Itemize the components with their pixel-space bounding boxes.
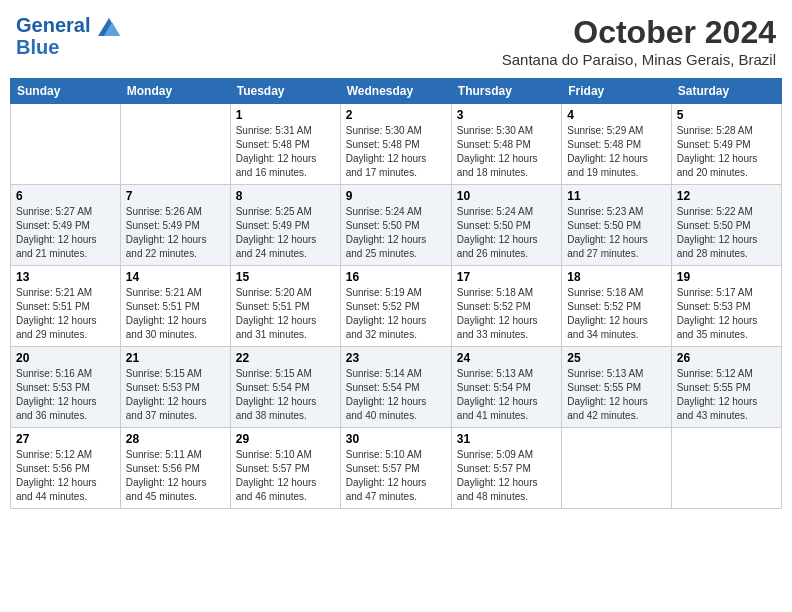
day-info: Sunrise: 5:18 AM Sunset: 5:52 PM Dayligh…	[457, 286, 556, 342]
day-number: 27	[16, 432, 115, 446]
calendar-cell: 27Sunrise: 5:12 AM Sunset: 5:56 PM Dayli…	[11, 428, 121, 509]
day-info: Sunrise: 5:22 AM Sunset: 5:50 PM Dayligh…	[677, 205, 776, 261]
weekday-header-thursday: Thursday	[451, 79, 561, 104]
calendar-cell: 19Sunrise: 5:17 AM Sunset: 5:53 PM Dayli…	[671, 266, 781, 347]
calendar-cell: 25Sunrise: 5:13 AM Sunset: 5:55 PM Dayli…	[562, 347, 671, 428]
day-number: 14	[126, 270, 225, 284]
day-info: Sunrise: 5:15 AM Sunset: 5:53 PM Dayligh…	[126, 367, 225, 423]
day-number: 13	[16, 270, 115, 284]
day-info: Sunrise: 5:19 AM Sunset: 5:52 PM Dayligh…	[346, 286, 446, 342]
calendar-cell: 28Sunrise: 5:11 AM Sunset: 5:56 PM Dayli…	[120, 428, 230, 509]
day-info: Sunrise: 5:14 AM Sunset: 5:54 PM Dayligh…	[346, 367, 446, 423]
day-info: Sunrise: 5:18 AM Sunset: 5:52 PM Dayligh…	[567, 286, 665, 342]
calendar-cell: 4Sunrise: 5:29 AM Sunset: 5:48 PM Daylig…	[562, 104, 671, 185]
day-number: 6	[16, 189, 115, 203]
day-info: Sunrise: 5:10 AM Sunset: 5:57 PM Dayligh…	[236, 448, 335, 504]
day-info: Sunrise: 5:23 AM Sunset: 5:50 PM Dayligh…	[567, 205, 665, 261]
calendar-cell	[671, 428, 781, 509]
calendar-cell: 13Sunrise: 5:21 AM Sunset: 5:51 PM Dayli…	[11, 266, 121, 347]
weekday-header-tuesday: Tuesday	[230, 79, 340, 104]
day-number: 26	[677, 351, 776, 365]
calendar-cell: 17Sunrise: 5:18 AM Sunset: 5:52 PM Dayli…	[451, 266, 561, 347]
day-info: Sunrise: 5:13 AM Sunset: 5:55 PM Dayligh…	[567, 367, 665, 423]
calendar-cell: 3Sunrise: 5:30 AM Sunset: 5:48 PM Daylig…	[451, 104, 561, 185]
day-info: Sunrise: 5:21 AM Sunset: 5:51 PM Dayligh…	[126, 286, 225, 342]
day-info: Sunrise: 5:25 AM Sunset: 5:49 PM Dayligh…	[236, 205, 335, 261]
calendar-cell	[11, 104, 121, 185]
day-info: Sunrise: 5:09 AM Sunset: 5:57 PM Dayligh…	[457, 448, 556, 504]
day-number: 10	[457, 189, 556, 203]
calendar-cell: 6Sunrise: 5:27 AM Sunset: 5:49 PM Daylig…	[11, 185, 121, 266]
day-info: Sunrise: 5:10 AM Sunset: 5:57 PM Dayligh…	[346, 448, 446, 504]
day-number: 21	[126, 351, 225, 365]
calendar-cell: 12Sunrise: 5:22 AM Sunset: 5:50 PM Dayli…	[671, 185, 781, 266]
calendar-cell: 22Sunrise: 5:15 AM Sunset: 5:54 PM Dayli…	[230, 347, 340, 428]
calendar-cell: 10Sunrise: 5:24 AM Sunset: 5:50 PM Dayli…	[451, 185, 561, 266]
calendar-cell: 1Sunrise: 5:31 AM Sunset: 5:48 PM Daylig…	[230, 104, 340, 185]
day-number: 4	[567, 108, 665, 122]
day-number: 1	[236, 108, 335, 122]
calendar-cell	[562, 428, 671, 509]
day-number: 7	[126, 189, 225, 203]
calendar-cell: 31Sunrise: 5:09 AM Sunset: 5:57 PM Dayli…	[451, 428, 561, 509]
day-info: Sunrise: 5:30 AM Sunset: 5:48 PM Dayligh…	[457, 124, 556, 180]
day-info: Sunrise: 5:26 AM Sunset: 5:49 PM Dayligh…	[126, 205, 225, 261]
logo-line2: Blue	[16, 36, 122, 58]
calendar-cell: 29Sunrise: 5:10 AM Sunset: 5:57 PM Dayli…	[230, 428, 340, 509]
day-number: 29	[236, 432, 335, 446]
day-number: 20	[16, 351, 115, 365]
day-number: 25	[567, 351, 665, 365]
day-number: 12	[677, 189, 776, 203]
calendar-cell: 23Sunrise: 5:14 AM Sunset: 5:54 PM Dayli…	[340, 347, 451, 428]
day-info: Sunrise: 5:21 AM Sunset: 5:51 PM Dayligh…	[16, 286, 115, 342]
day-info: Sunrise: 5:13 AM Sunset: 5:54 PM Dayligh…	[457, 367, 556, 423]
calendar-cell: 2Sunrise: 5:30 AM Sunset: 5:48 PM Daylig…	[340, 104, 451, 185]
day-number: 5	[677, 108, 776, 122]
weekday-header-monday: Monday	[120, 79, 230, 104]
day-number: 23	[346, 351, 446, 365]
day-info: Sunrise: 5:31 AM Sunset: 5:48 PM Dayligh…	[236, 124, 335, 180]
day-info: Sunrise: 5:24 AM Sunset: 5:50 PM Dayligh…	[457, 205, 556, 261]
day-number: 30	[346, 432, 446, 446]
day-info: Sunrise: 5:12 AM Sunset: 5:56 PM Dayligh…	[16, 448, 115, 504]
day-number: 22	[236, 351, 335, 365]
day-info: Sunrise: 5:24 AM Sunset: 5:50 PM Dayligh…	[346, 205, 446, 261]
calendar-week-2: 6Sunrise: 5:27 AM Sunset: 5:49 PM Daylig…	[11, 185, 782, 266]
day-info: Sunrise: 5:16 AM Sunset: 5:53 PM Dayligh…	[16, 367, 115, 423]
logo-icon	[98, 18, 120, 36]
subtitle: Santana do Paraiso, Minas Gerais, Brazil	[502, 51, 776, 68]
calendar-cell: 15Sunrise: 5:20 AM Sunset: 5:51 PM Dayli…	[230, 266, 340, 347]
weekday-header-friday: Friday	[562, 79, 671, 104]
day-number: 24	[457, 351, 556, 365]
weekday-header-saturday: Saturday	[671, 79, 781, 104]
day-info: Sunrise: 5:15 AM Sunset: 5:54 PM Dayligh…	[236, 367, 335, 423]
calendar-cell: 20Sunrise: 5:16 AM Sunset: 5:53 PM Dayli…	[11, 347, 121, 428]
calendar-cell: 21Sunrise: 5:15 AM Sunset: 5:53 PM Dayli…	[120, 347, 230, 428]
calendar-cell: 14Sunrise: 5:21 AM Sunset: 5:51 PM Dayli…	[120, 266, 230, 347]
calendar-cell: 16Sunrise: 5:19 AM Sunset: 5:52 PM Dayli…	[340, 266, 451, 347]
title-block: October 2024 Santana do Paraiso, Minas G…	[502, 14, 776, 68]
logo-text: General	[16, 14, 122, 36]
day-number: 18	[567, 270, 665, 284]
day-number: 17	[457, 270, 556, 284]
calendar-cell: 5Sunrise: 5:28 AM Sunset: 5:49 PM Daylig…	[671, 104, 781, 185]
day-info: Sunrise: 5:28 AM Sunset: 5:49 PM Dayligh…	[677, 124, 776, 180]
calendar-cell: 26Sunrise: 5:12 AM Sunset: 5:55 PM Dayli…	[671, 347, 781, 428]
day-number: 28	[126, 432, 225, 446]
weekday-header-wednesday: Wednesday	[340, 79, 451, 104]
calendar-table: SundayMondayTuesdayWednesdayThursdayFrid…	[10, 78, 782, 509]
day-info: Sunrise: 5:30 AM Sunset: 5:48 PM Dayligh…	[346, 124, 446, 180]
day-info: Sunrise: 5:20 AM Sunset: 5:51 PM Dayligh…	[236, 286, 335, 342]
day-number: 3	[457, 108, 556, 122]
calendar-cell: 9Sunrise: 5:24 AM Sunset: 5:50 PM Daylig…	[340, 185, 451, 266]
day-number: 9	[346, 189, 446, 203]
calendar-cell: 7Sunrise: 5:26 AM Sunset: 5:49 PM Daylig…	[120, 185, 230, 266]
day-info: Sunrise: 5:29 AM Sunset: 5:48 PM Dayligh…	[567, 124, 665, 180]
calendar-week-5: 27Sunrise: 5:12 AM Sunset: 5:56 PM Dayli…	[11, 428, 782, 509]
day-number: 16	[346, 270, 446, 284]
day-number: 2	[346, 108, 446, 122]
page-header: General Blue October 2024 Santana do Par…	[10, 10, 782, 72]
calendar-week-4: 20Sunrise: 5:16 AM Sunset: 5:53 PM Dayli…	[11, 347, 782, 428]
calendar-body: 1Sunrise: 5:31 AM Sunset: 5:48 PM Daylig…	[11, 104, 782, 509]
day-number: 11	[567, 189, 665, 203]
